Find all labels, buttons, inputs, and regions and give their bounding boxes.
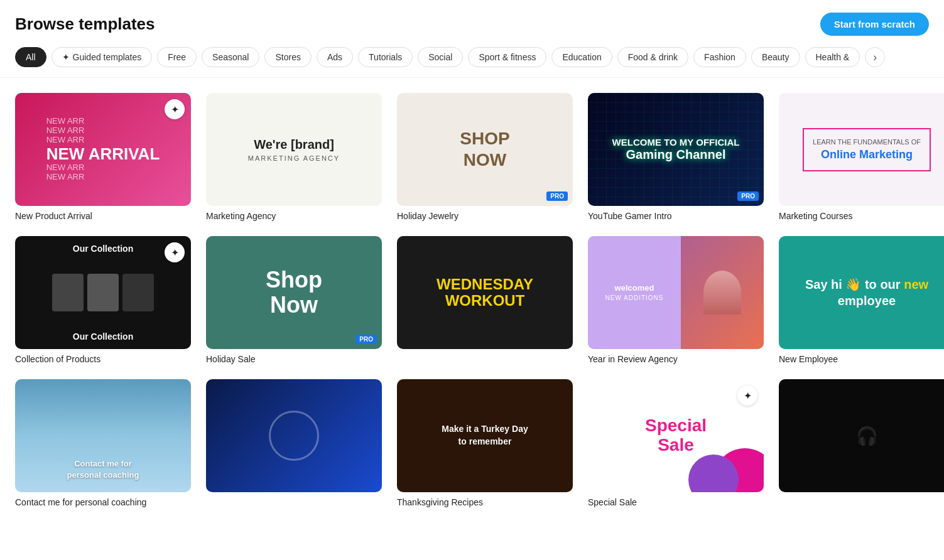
template-card-new-employee[interactable]: Say hi 👋 to our new employeeNew Employee <box>779 236 944 364</box>
template-label-holiday-sale: Holiday Sale <box>206 354 382 364</box>
filter-chip-guided[interactable]: ✦Guided templates <box>52 47 153 67</box>
template-card-headphones[interactable]: 🎧 <box>779 379 944 507</box>
filter-label-seasonal: Seasonal <box>212 52 249 62</box>
template-card-yt-gaming[interactable]: WELCOME TO MY OFFICIALGaming Channel PRO… <box>588 93 764 221</box>
template-thumb-headphones: 🎧 <box>779 379 944 492</box>
template-thumb-special-sale: SpecialSale ✦ <box>588 379 764 492</box>
filter-chip-ads[interactable]: Ads <box>317 47 353 67</box>
filter-chip-social[interactable]: Social <box>418 47 463 67</box>
filter-label-fashion: Fashion <box>704 52 735 62</box>
template-label-year-review: Year in Review Agency <box>588 354 764 364</box>
template-thumb-blue-abstract <box>206 379 382 492</box>
filter-chip-beauty[interactable]: Beauty <box>751 47 800 67</box>
template-thumb-yt-gaming: WELCOME TO MY OFFICIALGaming Channel PRO <box>588 93 764 206</box>
template-card-thanksgiving[interactable]: Make it a Turkey Dayto rememberThanksgiv… <box>397 379 573 507</box>
filter-label-guided: Guided templates <box>73 52 142 62</box>
template-thumb-marketing-agency: We're [brand] MARKETING AGENCY <box>206 93 382 206</box>
template-thumb-new-employee: Say hi 👋 to our new employee <box>779 236 944 349</box>
filter-label-beauty: Beauty <box>762 52 789 62</box>
template-card-blue-abstract[interactable] <box>206 379 382 507</box>
template-thumb-workout: WEDNESDAYWORKOUT <box>397 236 573 349</box>
template-card-special-sale[interactable]: SpecialSale ✦Special Sale <box>588 379 764 507</box>
template-card-holiday-jewelry[interactable]: SHOPNOWPROHoliday Jewelry <box>397 93 573 221</box>
filter-chip-education[interactable]: Education <box>551 47 612 67</box>
pro-badge-holiday-jewelry: PRO <box>546 191 568 201</box>
template-grid: New Arr New Arr New Arr New Arrival New … <box>0 78 944 522</box>
template-thumb-collection: Our Collection Our Collection ✦ <box>15 236 191 349</box>
filter-chip-free[interactable]: Free <box>157 47 197 67</box>
start-from-scratch-button[interactable]: Start from scratch <box>820 13 929 36</box>
magic-icon-special-sale[interactable]: ✦ <box>737 385 757 406</box>
page-title: Browse templates <box>15 14 155 34</box>
template-label-new-employee: New Employee <box>779 354 944 364</box>
template-thumb-coaching: Contact me forpersonal coaching <box>15 379 191 492</box>
filter-label-sport: Sport & fitness <box>479 52 536 62</box>
template-thumb-new-arrival: New Arr New Arr New Arr New Arrival New … <box>15 93 191 206</box>
template-thumb-holiday-jewelry: SHOPNOWPRO <box>397 93 573 206</box>
template-label-marketing-courses: Marketing Courses <box>779 211 944 221</box>
template-label-yt-gaming: YouTube Gamer Intro <box>588 211 764 221</box>
filter-label-health: Health & <box>816 52 850 62</box>
template-label-coaching: Contact me for personal coaching <box>15 497 191 507</box>
filter-label-ads: Ads <box>327 52 342 62</box>
template-thumb-year-review: welcomedNEW ADDITIONS <box>588 236 764 349</box>
template-label-marketing-agency: Marketing Agency <box>206 211 382 221</box>
filter-label-food: Food & drink <box>628 52 678 62</box>
filter-label-social: Social <box>428 52 452 62</box>
template-label-thanksgiving: Thanksgiving Recipes <box>397 497 573 507</box>
filter-chip-all[interactable]: All <box>15 47 46 67</box>
filter-chip-tutorials[interactable]: Tutorials <box>358 47 413 67</box>
template-card-coaching[interactable]: Contact me forpersonal coaching Contact … <box>15 379 191 507</box>
filter-label-all: All <box>26 52 36 62</box>
filter-label-stores: Stores <box>275 52 300 62</box>
filter-chip-food[interactable]: Food & drink <box>617 47 688 67</box>
template-card-marketing-courses[interactable]: LEARN THE FUNDAMENTALS OF Online Marketi… <box>779 93 944 221</box>
filter-label-education: Education <box>562 52 601 62</box>
filter-bar: All✦Guided templatesFreeSeasonalStoresAd… <box>0 43 944 78</box>
template-label-holiday-jewelry: Holiday Jewelry <box>397 211 573 221</box>
filter-label-tutorials: Tutorials <box>369 52 402 62</box>
template-card-holiday-sale[interactable]: ShopNowPROHoliday Sale <box>206 236 382 364</box>
template-card-year-review[interactable]: welcomedNEW ADDITIONS Year in Review Age… <box>588 236 764 364</box>
page-header: Browse templates Start from scratch <box>0 0 944 43</box>
filter-label-free: Free <box>168 52 186 62</box>
template-card-workout[interactable]: WEDNESDAYWORKOUT <box>397 236 573 364</box>
template-thumb-marketing-courses: LEARN THE FUNDAMENTALS OF Online Marketi… <box>779 93 944 206</box>
template-card-new-arrival[interactable]: New Arr New Arr New Arr New Arrival New … <box>15 93 191 221</box>
filter-icon-guided: ✦ <box>62 52 70 62</box>
template-card-marketing-agency[interactable]: We're [brand] MARKETING AGENCY Marketing… <box>206 93 382 221</box>
filter-chip-health[interactable]: Health & <box>805 47 860 67</box>
filter-chip-fashion[interactable]: Fashion <box>693 47 746 67</box>
template-thumb-thanksgiving: Make it a Turkey Dayto remember <box>397 379 573 492</box>
magic-icon-new-arrival[interactable]: ✦ <box>165 99 185 119</box>
filter-chip-seasonal[interactable]: Seasonal <box>202 47 259 67</box>
magic-icon-collection[interactable]: ✦ <box>165 242 185 262</box>
template-label-special-sale: Special Sale <box>588 497 764 507</box>
template-thumb-holiday-sale: ShopNowPRO <box>206 236 382 349</box>
filter-chip-sport[interactable]: Sport & fitness <box>468 47 546 67</box>
template-label-collection: Collection of Products <box>15 354 191 364</box>
filter-chip-stores[interactable]: Stores <box>264 47 311 67</box>
pro-badge-holiday-sale: PRO <box>355 335 377 344</box>
template-card-collection[interactable]: Our Collection Our Collection ✦Collectio… <box>15 236 191 364</box>
template-label-new-arrival: New Product Arrival <box>15 211 191 221</box>
pro-badge-yt-gaming: PRO <box>737 191 759 201</box>
filter-more-button[interactable]: › <box>865 47 885 67</box>
